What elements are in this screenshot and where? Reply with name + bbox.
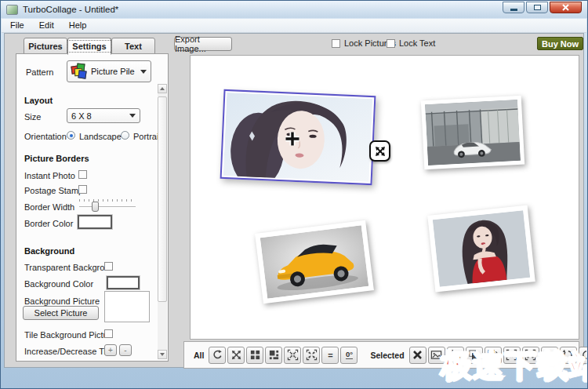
showroom-image <box>425 100 521 165</box>
collage-canvas[interactable] <box>190 55 579 340</box>
grid-equal-button[interactable] <box>246 347 263 364</box>
arrow-up-icon <box>160 87 165 90</box>
fit-all-icon <box>287 349 299 361</box>
background-picture-label: Background Picture <box>24 296 100 306</box>
menu-help[interactable]: Help <box>69 20 87 31</box>
arrow-down-icon <box>160 353 165 356</box>
delete-selected-button[interactable] <box>409 347 426 364</box>
lock-text-control: Lock Text <box>387 38 435 48</box>
tile-increase-button[interactable]: + <box>104 344 117 356</box>
chevron-down-icon <box>140 70 147 74</box>
equalize-button[interactable]: = <box>321 347 339 364</box>
settings-panel: Pattern Picture Pile Layout Size 6 X 8 O… <box>16 53 169 362</box>
landscape-label: Landscape <box>79 132 122 141</box>
client-area: Pictures Settings Text Export Image... L… <box>4 33 584 368</box>
rotate-all-button[interactable] <box>209 347 226 364</box>
diagonal-arrows-icon <box>374 145 387 158</box>
chevron-down-icon <box>129 114 136 118</box>
close-button[interactable] <box>550 2 582 13</box>
tab-settings[interactable]: Settings <box>67 38 111 55</box>
slider-ticks <box>79 199 136 202</box>
yellow-suv-image <box>260 225 369 298</box>
pattern-dropdown[interactable]: Picture Pile <box>67 60 151 82</box>
red-dress-image <box>433 210 530 287</box>
background-picture-preview <box>104 291 150 322</box>
background-heading: Background <box>24 246 74 256</box>
maximize-icon <box>534 5 541 10</box>
export-image-button[interactable]: Export Image... <box>174 37 232 51</box>
size-dropdown[interactable]: 6 X 8 <box>67 108 140 123</box>
border-color-label: Border Color <box>24 219 73 228</box>
maximize-button[interactable] <box>526 2 548 13</box>
selected-section-label: Selected <box>370 351 404 360</box>
instant-photo-checkbox[interactable] <box>78 170 87 179</box>
reset-rotation-all-button[interactable]: 0° <box>340 347 358 364</box>
layout-heading: Layout <box>24 96 53 105</box>
tile-background-label: Tile Background Pictur <box>24 330 111 340</box>
lock-pictures-checkbox[interactable] <box>332 39 340 48</box>
transparent-background-label: Transparent Backgrour <box>24 263 112 272</box>
lock-text-label: Lock Text <box>399 38 435 48</box>
tile-decrease-button[interactable]: - <box>119 344 132 356</box>
white-sports-car-showroom-photo[interactable] <box>421 96 524 170</box>
tile-background-checkbox[interactable] <box>104 329 113 338</box>
fit-all-button[interactable] <box>284 347 301 364</box>
grid-mixed-icon <box>268 349 280 361</box>
grid-mixed-button[interactable] <box>265 347 282 364</box>
woman-red-dress-photo[interactable] <box>427 205 535 293</box>
increase-decrease-tile-label: Increase/Decrease Tile <box>24 347 113 356</box>
app-icon <box>6 5 18 15</box>
plus-cursor-icon <box>284 130 301 147</box>
picture-pile-icon <box>71 64 87 79</box>
buy-now-button[interactable]: Buy Now <box>537 37 583 50</box>
menu-bar: File Edit Help <box>2 19 586 33</box>
size-label: Size <box>24 112 41 122</box>
transparent-background-checkbox[interactable] <box>104 262 113 271</box>
size-value: 6 X 8 <box>71 111 92 121</box>
pattern-value: Picture Pile <box>91 67 135 76</box>
lock-text-checkbox[interactable] <box>387 39 395 48</box>
scroll-down-button[interactable] <box>158 350 167 359</box>
minimize-button[interactable] <box>503 2 524 13</box>
equalize-icon: = <box>328 351 332 360</box>
shuffle-pictures-button[interactable] <box>227 347 245 364</box>
title-bar[interactable]: TurboCollage - Untitled* <box>1 1 587 18</box>
scroll-up-button[interactable] <box>158 84 167 93</box>
close-icon <box>562 4 569 11</box>
shuffle-pictures-icon <box>230 349 242 361</box>
yellow-suv-photo[interactable] <box>255 220 374 304</box>
all-section-label: All <box>194 351 204 360</box>
tab-pictures[interactable]: Pictures <box>24 38 67 54</box>
slider-track <box>79 206 136 208</box>
app-window: TurboCollage - Untitled* File Edit Help … <box>0 0 588 389</box>
picture-borders-heading: Picture Borders <box>24 154 89 163</box>
menu-file[interactable]: File <box>10 20 24 31</box>
window-title: TurboCollage - Untitled* <box>23 5 118 14</box>
reset-rotation-icon: 0° <box>346 351 353 359</box>
portrait-radio[interactable] <box>121 131 129 140</box>
site-watermark: 极速下载站 <box>441 344 588 387</box>
delete-icon <box>412 350 423 360</box>
pattern-label: Pattern <box>26 67 53 77</box>
slider-thumb[interactable] <box>92 202 99 212</box>
move-resize-handle[interactable] <box>369 140 390 162</box>
border-color-swatch[interactable] <box>78 215 112 229</box>
minimize-icon <box>510 9 517 11</box>
instant-photo-label: Instant Photo <box>24 171 75 180</box>
background-color-label: Background Color <box>24 279 93 289</box>
fill-all-button[interactable] <box>303 347 320 364</box>
postage-stamp-checkbox[interactable] <box>78 185 87 194</box>
menu-edit[interactable]: Edit <box>39 20 54 31</box>
panel-scrollbar[interactable] <box>158 84 167 359</box>
select-picture-button[interactable]: Select Picture <box>23 306 99 320</box>
orientation-label: Orientation <box>24 132 67 141</box>
landscape-radio[interactable] <box>67 131 75 140</box>
background-color-swatch[interactable] <box>107 276 140 289</box>
scrollbar-thumb[interactable] <box>158 96 167 302</box>
tab-text[interactable]: Text <box>111 38 155 54</box>
window-controls <box>503 2 582 13</box>
border-width-label: Border Width <box>24 202 74 212</box>
rotate-all-icon <box>212 349 223 361</box>
border-width-slider[interactable] <box>79 199 136 212</box>
grid-equal-icon <box>249 349 261 361</box>
